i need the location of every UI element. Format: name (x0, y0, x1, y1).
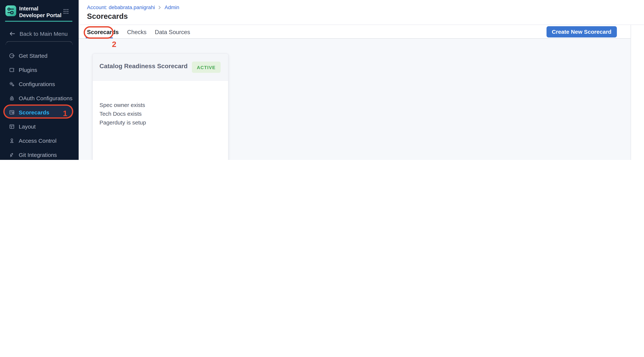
app-title: Internal Developer Portal (19, 6, 64, 18)
sidebar-item-get-started[interactable]: Get Started (9, 51, 72, 61)
page-title: Scorecards (87, 12, 128, 21)
sidebar-item-configurations[interactable]: Configurations (9, 79, 72, 89)
back-label: Back to Main Menu (20, 30, 68, 37)
active-tab-underline (86, 37, 113, 38)
back-to-main-menu[interactable]: Back to Main Menu (9, 29, 68, 39)
configurations-icon (9, 81, 15, 88)
back-arrow-icon (9, 30, 16, 37)
tab-data-sources[interactable]: Data Sources (155, 28, 190, 35)
sidebar-item-oauth-configurations[interactable]: OAuth Configurations (9, 93, 72, 103)
idp-logo-icon (6, 6, 16, 16)
app-grid-icon[interactable] (63, 9, 69, 14)
scorecard-checks-list: Spec owner exists Tech Docs exists Pager… (100, 101, 146, 127)
page-header: Account: debabrata.panigrahi Admin Score… (79, 0, 644, 25)
lock-icon (9, 95, 15, 102)
person-icon (9, 137, 15, 144)
right-gutter (630, 25, 644, 160)
tab-checks[interactable]: Checks (127, 28, 146, 35)
sidebar-item-scorecards[interactable]: Scorecards (9, 107, 72, 118)
breadcrumb: Account: debabrata.panigrahi Admin (87, 5, 179, 10)
sidebar-item-git-integrations[interactable]: Git Integrations (9, 150, 72, 160)
content-panel: Catalog Readiness Scorecard ACTIVE Spec … (79, 39, 630, 160)
divider (5, 21, 72, 22)
sidebar: Internal Developer Portal Back to Main M… (0, 0, 79, 160)
status-badge: ACTIVE (192, 62, 220, 73)
tab-scorecards[interactable]: Scorecards (87, 28, 119, 35)
create-new-scorecard-button[interactable]: Create New Scorecard (546, 26, 617, 38)
main-area: Account: debabrata.panigrahi Admin Score… (79, 0, 644, 160)
sidebar-item-layout[interactable]: Layout (9, 122, 72, 132)
scorecard-card: Catalog Readiness Scorecard ACTIVE Spec … (92, 53, 228, 160)
check-item: Tech Docs exists (100, 109, 146, 118)
breadcrumb-admin-link[interactable]: Admin (164, 5, 179, 10)
git-branch-icon (9, 152, 15, 158)
check-item: Pagerduty is setup (100, 118, 146, 127)
sidebar-header: Internal Developer Portal (0, 0, 79, 21)
scorecard-title: Catalog Readiness Scorecard (100, 62, 188, 70)
scorecards-icon (9, 109, 15, 116)
annotation-number-1: 1 (63, 109, 67, 118)
tab-bar: Scorecards Checks Data Sources 2 Create … (79, 25, 630, 39)
get-started-icon (9, 52, 15, 59)
breadcrumb-account-link[interactable]: Account: debabrata.panigrahi (87, 5, 155, 10)
plugins-icon (9, 66, 15, 73)
layout-icon (9, 123, 15, 130)
check-item: Spec owner exists (100, 101, 146, 110)
divider (6, 41, 73, 45)
app-window: Internal Developer Portal Back to Main M… (0, 0, 644, 160)
annotation-number-2: 2 (112, 40, 116, 49)
breadcrumb-chevron-icon (158, 6, 162, 10)
sidebar-item-plugins[interactable]: Plugins (9, 65, 72, 75)
sidebar-item-access-control[interactable]: Access Control (9, 136, 72, 146)
tabs: Scorecards Checks Data Sources (87, 25, 190, 39)
scorecard-card-header: Catalog Readiness Scorecard ACTIVE (93, 54, 228, 81)
